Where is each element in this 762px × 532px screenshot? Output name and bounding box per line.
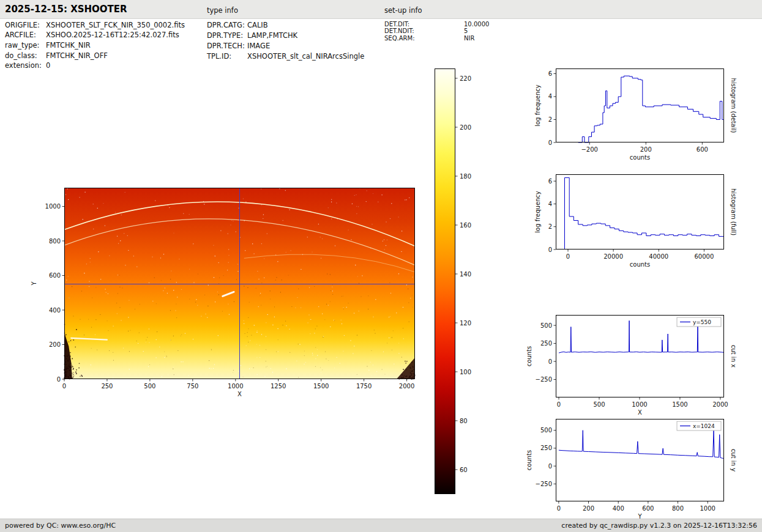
svg-text:800: 800 <box>672 505 684 512</box>
svg-text:500: 500 <box>540 322 552 329</box>
cut-in-y-plot: 02004006008001000−2500250500Ycountscut i… <box>556 419 724 501</box>
svg-text:180: 180 <box>460 173 471 180</box>
svg-text:750: 750 <box>187 383 198 390</box>
svg-text:X: X <box>638 409 642 416</box>
svg-text:−250: −250 <box>536 376 552 383</box>
meta-label: SEQ.ARM: <box>384 35 415 42</box>
svg-text:60000: 60000 <box>694 253 714 260</box>
svg-text:cut in y: cut in y <box>730 449 737 471</box>
svg-text:40000: 40000 <box>649 253 668 260</box>
meta-value: 0 <box>46 61 50 70</box>
meta-label: DPR.TECH: <box>207 42 245 50</box>
meta-label: DET.NDIT: <box>384 28 414 34</box>
svg-text:1750: 1750 <box>356 383 372 390</box>
svg-text:1000: 1000 <box>45 203 61 210</box>
meta-label: ARCFILE: <box>5 31 36 39</box>
colorbar: 2202001801601401201008060 <box>435 68 455 494</box>
svg-text:histogram (full): histogram (full) <box>730 188 737 235</box>
svg-text:0: 0 <box>548 463 552 470</box>
svg-text:1000: 1000 <box>700 505 715 512</box>
svg-text:60: 60 <box>460 467 468 473</box>
svg-text:200: 200 <box>460 124 471 131</box>
svg-text:140: 140 <box>460 271 471 278</box>
svg-text:20000: 20000 <box>603 253 623 260</box>
svg-text:2: 2 <box>548 223 552 230</box>
svg-text:6: 6 <box>548 70 552 77</box>
svg-text:0: 0 <box>548 246 552 253</box>
meta-value: FMTCHK_NIR <box>46 41 91 50</box>
svg-text:120: 120 <box>460 320 471 327</box>
svg-text:y=550: y=550 <box>693 319 711 325</box>
meta-value: 10.0000 <box>464 21 489 28</box>
svg-text:250: 250 <box>540 340 552 347</box>
svg-text:0: 0 <box>566 253 570 260</box>
svg-text:6: 6 <box>548 178 552 185</box>
svg-text:800: 800 <box>49 238 61 245</box>
svg-text:600: 600 <box>49 272 61 279</box>
svg-text:−200: −200 <box>581 146 597 153</box>
meta-value: IMAGE <box>247 42 270 50</box>
svg-text:histogram (detail): histogram (detail) <box>730 78 737 133</box>
footer-left-text: powered by QC: www.eso.org/HC <box>5 522 116 530</box>
svg-text:1000: 1000 <box>228 383 243 390</box>
svg-text:80: 80 <box>460 418 468 424</box>
svg-text:250: 250 <box>101 383 113 390</box>
svg-text:500: 500 <box>593 401 605 408</box>
svg-text:X: X <box>237 391 242 397</box>
svg-text:0: 0 <box>62 383 66 390</box>
svg-text:Y: Y <box>31 281 37 286</box>
svg-text:250: 250 <box>540 445 552 451</box>
svg-text:500: 500 <box>144 383 155 390</box>
svg-text:log frequency: log frequency <box>534 191 541 233</box>
header-bar: 2025-12-15: XSHOOTER type info set-up in… <box>0 0 762 19</box>
svg-text:0: 0 <box>557 505 561 512</box>
svg-text:160: 160 <box>460 222 471 229</box>
meta-label: raw_type: <box>5 41 40 50</box>
meta-value: CALIB <box>247 21 268 29</box>
footer-bar: powered by QC: www.eso.org/HC created by… <box>0 519 762 532</box>
meta-value: XSHOOTER_SLT_FCK_NIR_350_0002.fits <box>46 21 185 29</box>
svg-text:220: 220 <box>460 75 471 82</box>
meta-label: DET.DIT: <box>384 21 409 28</box>
svg-text:200: 200 <box>640 146 652 153</box>
svg-text:400: 400 <box>613 505 624 512</box>
svg-text:2000: 2000 <box>399 383 414 390</box>
svg-text:0: 0 <box>548 139 552 146</box>
svg-text:4: 4 <box>548 93 552 100</box>
svg-text:1500: 1500 <box>313 383 329 390</box>
detector-image-heatmap: 0250500750100012501500175020000200400600… <box>64 188 415 379</box>
svg-text:600: 600 <box>642 505 654 512</box>
svg-text:1500: 1500 <box>672 401 687 408</box>
svg-text:100: 100 <box>460 369 471 375</box>
svg-text:500: 500 <box>540 427 552 434</box>
qc-report-page: 2025-12-15: XSHOOTER type info set-up in… <box>0 0 762 532</box>
svg-text:counts: counts <box>630 261 650 268</box>
meta-label: ORIGFILE: <box>5 21 40 29</box>
meta-value: NIR <box>464 35 474 42</box>
meta-value: 5 <box>464 28 468 34</box>
setup-info-heading: set-up info <box>384 6 422 15</box>
histogram-detail-plot: −2002006000246countslog frequencyhistogr… <box>556 68 724 142</box>
meta-value: XSHOOTER_slt_cal_NIRArcsSingle <box>247 52 364 61</box>
svg-text:1250: 1250 <box>271 383 286 390</box>
type-info-heading: type info <box>207 6 238 15</box>
meta-label: TPL.ID: <box>207 52 231 61</box>
meta-label: do_class: <box>5 51 37 60</box>
meta-value: FMTCHK_NIR_OFF <box>46 51 108 60</box>
meta-label: extension: <box>5 61 42 70</box>
svg-text:2: 2 <box>548 116 552 123</box>
svg-text:400: 400 <box>49 307 61 314</box>
svg-text:600: 600 <box>697 146 708 153</box>
svg-text:cut in x: cut in x <box>730 345 737 368</box>
svg-text:log frequency: log frequency <box>534 84 541 127</box>
svg-text:x=1024: x=1024 <box>693 423 715 429</box>
svg-text:counts: counts <box>630 154 650 161</box>
svg-text:0: 0 <box>548 358 552 365</box>
histogram-full-plot: 02000040000600000246countslog frequencyh… <box>556 174 724 249</box>
page-title: 2025-12-15: XSHOOTER <box>5 4 127 15</box>
svg-text:counts: counts <box>526 346 532 366</box>
meta-value: LAMP,FMTCHK <box>247 31 297 40</box>
svg-text:counts: counts <box>526 450 532 470</box>
svg-text:0: 0 <box>557 401 561 408</box>
footer-right-text: created by qc_rawdisp.py v1.2.3 on 2025-… <box>561 522 757 530</box>
